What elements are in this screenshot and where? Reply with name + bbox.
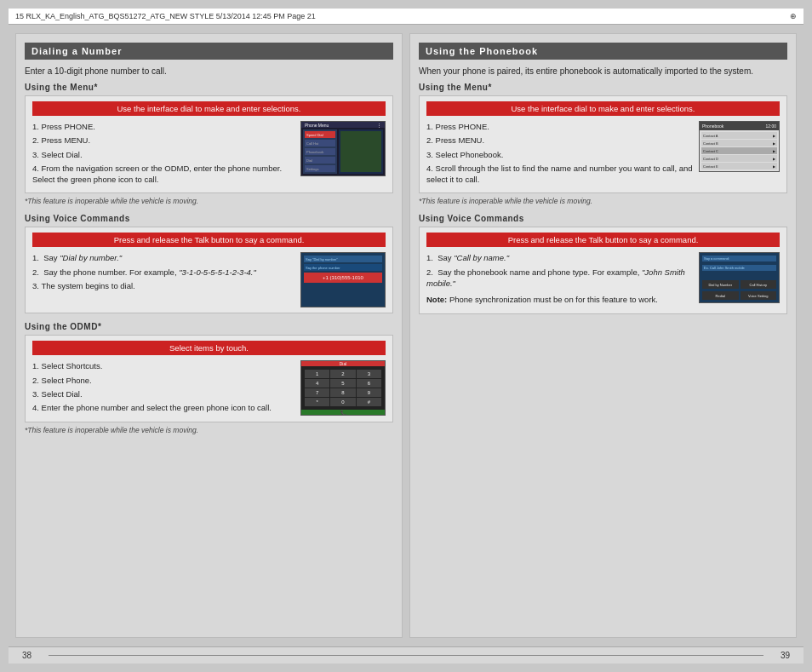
left-menu-steps: 1. Press PHONE. 2. Press MENU. 3. Select…	[32, 121, 295, 187]
main-content: Dialing a Number Enter a 10-digit phone …	[9, 25, 803, 646]
right-menu-step-2: 2. Press MENU.	[426, 135, 694, 146]
header-label: 15 RLX_KA_English_ATG_BQS51272_ATG_NEW S…	[15, 12, 316, 20]
left-odmd-title: Using the ODMD*	[25, 322, 393, 331]
left-odmd-content: 1. Select Shortcuts. 2. Select Phone. 3.…	[32, 360, 386, 416]
right-menu-step-4: 4. Scroll through the list to find the n…	[426, 163, 694, 186]
left-odmd-step-2: 2. Select Phone.	[32, 375, 295, 386]
left-menu-step-2: 2. Press MENU.	[32, 135, 295, 146]
left-menu-step-4: 4. From the navigation screen or the ODM…	[32, 163, 295, 186]
right-menu-banner: Use the interface dial to make and enter…	[426, 101, 780, 116]
right-menu-steps: 1. Press PHONE. 2. Press MENU. 3. Select…	[426, 121, 694, 187]
left-menu-banner: Use the interface dial to make and enter…	[32, 101, 386, 116]
right-voice-content: 1. Say "Call by name." 2. Say the phoneb…	[426, 252, 780, 307]
right-menu-title: Using the Menu*	[419, 83, 787, 92]
left-odmd-banner: Select items by touch.	[32, 341, 386, 355]
right-voice-title: Using Voice Commands	[419, 214, 787, 223]
right-voice-note: Note: Phone synchronization must be on f…	[426, 294, 694, 305]
left-odmd-step-4: 4. Enter the phone number and select the…	[32, 402, 295, 413]
left-menu-title: Using the Menu*	[25, 83, 393, 92]
left-subsection-odmd: Using the ODMD* Select items by touch. 1…	[25, 322, 393, 434]
footer-left-page: 38	[22, 651, 31, 660]
left-odmd-step-3: 3. Select Dial.	[32, 388, 295, 399]
left-odmd-screen: Dial 123 456 789 *0# 📞	[300, 360, 386, 416]
left-odmd-steps: 1. Select Shortcuts. 2. Select Phone. 3.…	[32, 360, 295, 416]
right-voice-banner: Press and release the Talk button to say…	[426, 233, 780, 247]
left-voice-steps: 1. Say "Dial by number." 2. Say the phon…	[32, 252, 295, 294]
right-voice-step-2: 2. Say the phonebook name and phone type…	[426, 267, 694, 290]
left-voice-title: Using Voice Commands	[25, 214, 393, 223]
right-menu-footnote: *This feature is inoperable while the ve…	[419, 197, 787, 205]
left-voice-step-3: 3. The system begins to dial.	[32, 280, 295, 291]
right-menu-step-1: 1. Press PHONE.	[426, 121, 694, 132]
right-menu-screen: Phonebook 12:00 Contact A ▶ Contact B ▶ …	[699, 121, 780, 172]
right-voice-step-1: 1. Say "Call by name."	[426, 252, 694, 263]
left-menu-footnote: *This feature is inoperable while the ve…	[25, 197, 393, 205]
left-odmd-footnote: *This feature is inoperable while the ve…	[25, 426, 393, 434]
right-menu-box: Use the interface dial to make and enter…	[419, 95, 787, 193]
left-voice-step-2: 2. Say the phone number. For example, "3…	[32, 267, 295, 278]
left-voice-box: Press and release the Talk button to say…	[25, 227, 393, 313]
footer-divider	[49, 655, 763, 656]
left-menu-content: 1. Press PHONE. 2. Press MENU. 3. Select…	[32, 121, 386, 187]
left-subsection-menu: Using the Menu* Use the interface dial t…	[25, 83, 393, 205]
header-cross: ⊕	[790, 12, 797, 20]
left-menu-screen: Phone Menu ⋮ Speed Dial Call Hst Phonebo…	[300, 121, 386, 176]
left-subsection-voice: Using Voice Commands Press and release t…	[25, 214, 393, 313]
right-voice-steps: 1. Say "Call by name." 2. Say the phoneb…	[426, 252, 694, 307]
left-odmd-step-1: 1. Select Shortcuts.	[32, 360, 295, 371]
right-subsection-menu: Using the Menu* Use the interface dial t…	[419, 83, 787, 205]
left-section-title: Dialing a Number	[25, 43, 393, 60]
right-voice-screen: Say a command: Ex. Call John Smith mobil…	[699, 252, 780, 303]
footer-right-page: 39	[781, 651, 790, 660]
left-column: Dialing a Number Enter a 10-digit phone …	[15, 33, 403, 638]
right-column: Using the Phonebook When your phone is p…	[409, 33, 797, 638]
left-voice-screen: Say "Dial by number" Say the phone numbe…	[300, 252, 386, 307]
page-footer: 38 39	[9, 646, 803, 663]
left-odmd-box: Select items by touch. 1. Select Shortcu…	[25, 335, 393, 422]
page-header: 15 RLX_KA_English_ATG_BQS51272_ATG_NEW S…	[9, 9, 803, 25]
left-voice-step-1: 1. Say "Dial by number."	[32, 252, 295, 263]
right-intro: When your phone is paired, its entire ph…	[419, 66, 787, 76]
right-menu-step-3: 3. Select Phonebook.	[426, 149, 694, 160]
left-voice-banner: Press and release the Talk button to say…	[32, 233, 386, 247]
right-voice-box: Press and release the Talk button to say…	[419, 227, 787, 313]
right-subsection-voice: Using Voice Commands Press and release t…	[419, 214, 787, 313]
left-voice-content: 1. Say "Dial by number." 2. Say the phon…	[32, 252, 386, 307]
right-menu-content: 1. Press PHONE. 2. Press MENU. 3. Select…	[426, 121, 780, 187]
left-menu-step-3: 3. Select Dial.	[32, 149, 295, 160]
left-menu-step-1: 1. Press PHONE.	[32, 121, 295, 132]
right-section-title: Using the Phonebook	[419, 43, 787, 60]
left-intro: Enter a 10-digit phone number to call.	[25, 66, 393, 76]
left-menu-box: Use the interface dial to make and enter…	[25, 95, 393, 193]
